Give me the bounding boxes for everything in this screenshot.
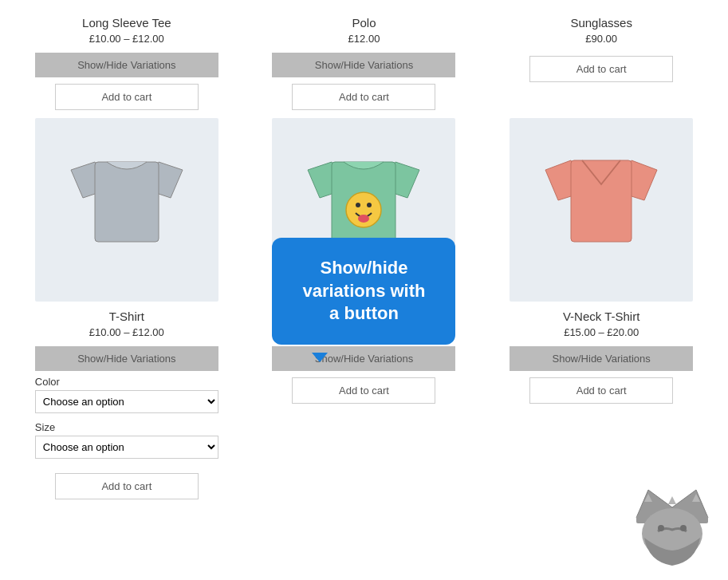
add-to-cart-button[interactable]: Add to cart (55, 84, 199, 110)
svg-point-8 (367, 203, 372, 207)
show-hide-button[interactable]: Show/Hide Variations (272, 346, 455, 371)
tshirt-illustration (63, 146, 191, 274)
tooltip-text: Show/hidevariations witha button (302, 258, 425, 323)
add-to-cart-button[interactable]: Add to cart (55, 473, 199, 499)
svg-rect-12 (571, 160, 632, 242)
add-to-cart-button[interactable]: Add to cart (529, 56, 673, 82)
product-title: V-Neck T-Shirt (563, 310, 639, 323)
product-price: £10.00 – £12.00 (89, 33, 164, 45)
product-title: Sunglasses (570, 16, 632, 30)
add-to-cart-button[interactable]: Add to cart (529, 377, 673, 404)
svg-rect-2 (95, 162, 159, 242)
product-card-polo: Polo £12.00 Show/Hide Variations Add to … (254, 8, 475, 110)
variation-section: Color Choose an option Red Blue Green Si… (35, 376, 218, 467)
svg-point-7 (356, 203, 360, 207)
product-card-emoji-tee: Emoji Tee £10.00 – £15.00 Show/Hide Vari… (254, 118, 475, 499)
product-title: Long Sleeve Tee (82, 16, 171, 30)
tooltip-bubble: Show/hidevariations witha button (272, 238, 455, 345)
product-card-vneck: V-Neck T-Shirt £15.00 – £20.00 Show/Hide… (490, 118, 712, 499)
crown-beard-icon (624, 474, 720, 515)
svg-marker-14 (668, 496, 676, 504)
product-price: £12.00 (348, 33, 380, 45)
product-price: £90.00 (585, 33, 617, 45)
product-title: T-Shirt (109, 310, 144, 323)
show-hide-button[interactable]: Show/Hide Variations (510, 346, 693, 371)
product-price: £10.00 – £12.00 (89, 326, 164, 338)
color-select[interactable]: Choose an option Red Blue Green (35, 390, 218, 413)
show-hide-button[interactable]: Show/Hide Variations (35, 53, 218, 77)
add-to-cart-button[interactable]: Add to cart (292, 377, 435, 404)
watermark-logo (624, 474, 720, 515)
size-select[interactable]: Choose an option Small Medium Large XL (35, 436, 218, 459)
product-image (35, 118, 218, 302)
product-card-tshirt: T-Shirt £10.00 – £12.00 Show/Hide Variat… (16, 118, 238, 499)
show-hide-button[interactable]: Show/Hide Variations (272, 53, 455, 77)
product-price: £15.00 – £20.00 (564, 326, 639, 338)
size-label: Size (35, 421, 218, 433)
color-label: Color (35, 376, 218, 388)
product-image (510, 118, 693, 302)
product-card-long-sleeve: Long Sleeve Tee £10.00 – £12.00 Show/Hid… (16, 8, 238, 110)
vneck-tshirt-illustration (537, 146, 665, 274)
show-hide-button[interactable]: Show/Hide Variations (35, 346, 218, 371)
svg-point-9 (358, 215, 369, 223)
add-to-cart-button[interactable]: Add to cart (292, 84, 435, 110)
product-title: Polo (352, 16, 376, 30)
product-card-sunglasses: Sunglasses £90.00 Add to cart (490, 8, 712, 110)
